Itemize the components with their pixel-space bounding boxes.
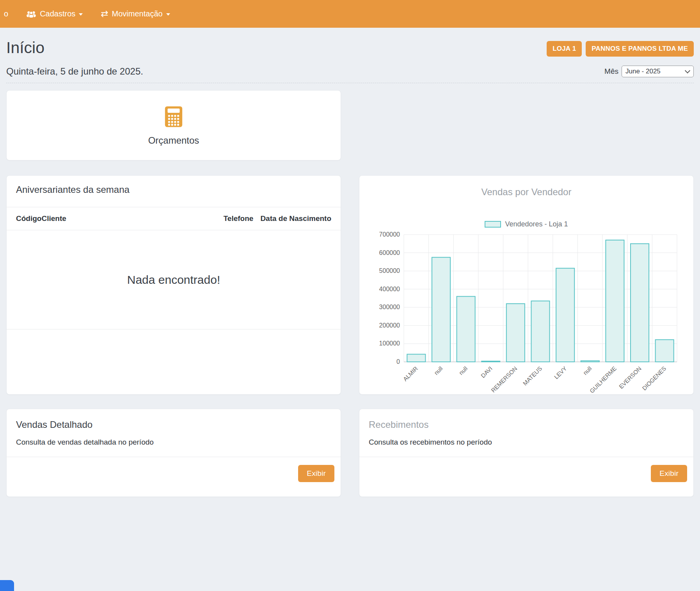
svg-text:GUILHERME: GUILHERME [588,365,618,394]
nav-item-movimentacao[interactable]: ⇄ Movimentação [101,9,170,18]
svg-text:EVERSON: EVERSON [618,365,643,390]
svg-text:null: null [433,365,444,376]
svg-text:500000: 500000 [379,267,400,274]
column-header-cliente: Cliente [41,214,66,223]
svg-text:0: 0 [396,358,400,365]
birthdays-title: Aniversariantes da semana [16,184,331,195]
month-label: Mês [604,67,618,76]
month-select[interactable]: June - 2025 [622,66,694,77]
svg-text:null: null [582,365,593,376]
svg-text:ALMIR: ALMIR [402,365,419,383]
birthdays-card: Aniversariantes da semana Código Cliente… [6,175,341,395]
recebimentos-description: Consulta os recebimentos no período [369,438,684,447]
page-header: Início LOJA 1 PANNOS E PANNOS LTDA ME [6,28,694,59]
svg-text:400000: 400000 [379,286,400,292]
svg-text:600000: 600000 [379,249,400,256]
nav-item-cadastros[interactable]: Cadastros [26,9,83,18]
top-navbar: o Cadastros ⇄ Movimentação [0,0,700,28]
chevron-down-icon [166,13,170,16]
orcamentos-tile[interactable]: Orçamentos [6,90,341,160]
recebimentos-card: Recebimentos Consulta os recebimentos no… [359,409,694,497]
legend-swatch [485,221,501,228]
date-row: Quinta-feira, 5 de junho de 2025. Mês Ju… [6,66,694,77]
column-header-telefone: Telefone [224,214,254,223]
legend-label: Vendedores - Loja 1 [505,220,568,228]
svg-text:100000: 100000 [379,340,400,347]
svg-text:null: null [458,365,469,376]
chevron-down-icon [79,13,83,16]
month-select-value: June - 2025 [625,68,661,75]
store-button[interactable]: LOJA 1 [547,41,582,57]
nav-item-label: Movimentação [112,9,163,18]
users-icon [26,10,36,18]
company-button[interactable]: PANNOS E PANNOS LTDA ME [586,41,694,57]
vendas-exibir-button[interactable]: Exibir [298,465,334,482]
transfer-icon: ⇄ [101,9,108,18]
svg-text:DAVI: DAVI [480,365,494,379]
svg-text:LEVY: LEVY [553,365,568,380]
current-date-text: Quinta-feira, 5 de junho de 2025. [6,66,143,77]
svg-text:REMERSON: REMERSON [490,365,518,393]
svg-text:DIOGENES: DIOGENES [641,365,667,392]
svg-text:700000: 700000 [379,231,400,238]
calculator-icon [162,105,186,130]
orcamentos-label: Orçamentos [148,135,199,146]
nav-item-label: Cadastros [40,9,75,18]
page-title: Início [6,39,44,57]
dashed-separator [6,83,694,83]
chevron-down-icon [685,68,690,73]
svg-text:200000: 200000 [379,322,400,329]
sales-chart-card: Vendas por Vendedor Vendedores - Loja 1 … [359,175,694,395]
sales-chart: 0100000200000300000400000500000600000700… [370,231,682,399]
floating-corner-button[interactable] [0,580,14,591]
column-header-nascimento: Data de Nascimento [260,214,331,223]
nav-item-partial[interactable]: o [4,9,8,18]
chart-legend[interactable]: Vendedores - Loja 1 [370,220,682,228]
vendas-detalhado-description: Consulta de vendas detalhada no período [16,438,331,447]
recebimentos-title: Recebimentos [369,419,684,430]
empty-state-text: Nada encontrado! [127,273,220,287]
svg-text:300000: 300000 [379,304,400,310]
vendas-detalhado-title: Vendas Detalhado [16,419,331,430]
divider [7,329,341,329]
recebimentos-exibir-button[interactable]: Exibir [651,465,687,482]
vendas-detalhado-card: Vendas Detalhado Consulta de vendas deta… [6,409,341,497]
chart-title: Vendas por Vendedor [370,187,682,198]
svg-text:MATEUS: MATEUS [522,365,543,386]
birthdays-table-header: Código Cliente Telefone Data de Nascimen… [7,207,341,230]
column-header-codigo: Código [16,214,41,223]
